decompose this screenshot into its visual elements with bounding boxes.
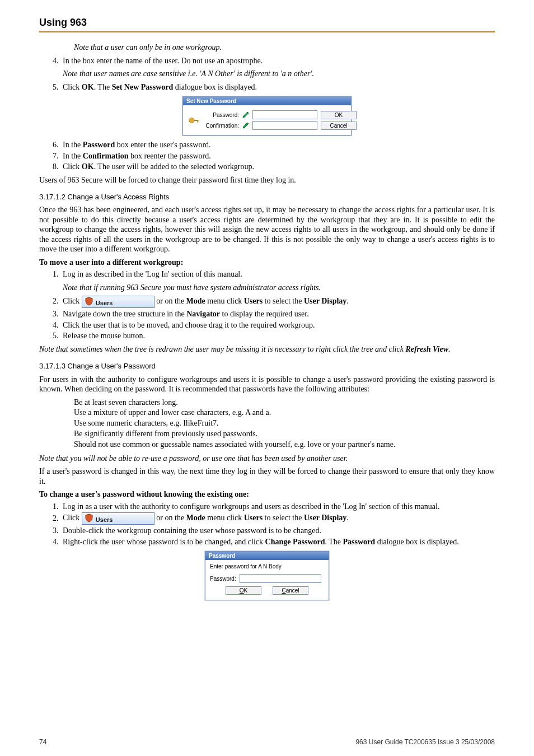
step8-b: OK (82, 162, 94, 171)
secure-line: Users of 963 Secure will be forced to ch… (39, 175, 495, 185)
step-5-a: Click (63, 83, 82, 91)
s2e: . (346, 297, 349, 305)
step-4-note: Note that user names are case sensitive … (63, 69, 495, 79)
users-button-label: Users (96, 300, 113, 306)
cancel-rest: ancel (286, 587, 299, 594)
shield-icon (85, 514, 93, 526)
move-step-4: Click the user that is to be moved, and … (60, 320, 495, 330)
password-dialog-prompt: Enter password for A N Body (210, 563, 324, 570)
password-dialog: Password Enter password for A N Body Pas… (205, 551, 329, 600)
s2-mode: Mode (186, 297, 205, 305)
move-step-3: Navigate down the tree structure in the … (60, 309, 495, 319)
cs4b: Change Password (265, 538, 325, 546)
step-8: Click OK. The user will be added to the … (60, 162, 495, 172)
note-reuse: Note that you will not be able to re-use… (39, 454, 495, 464)
move-step-1-text: Log in as described in the 'Log In' sect… (63, 270, 242, 278)
s2a: Click (63, 297, 82, 305)
s2c: menu click (205, 297, 244, 305)
cs4d: Password (343, 538, 376, 546)
cs2c: menu click (205, 514, 244, 522)
password-attributes: Be at least seven characters long. Use a… (74, 398, 495, 450)
page-number: 74 (39, 738, 46, 746)
svg-point-0 (189, 118, 194, 123)
users-button[interactable]: Users (82, 512, 154, 525)
attr-5: Should not use common or guessable names… (74, 440, 495, 450)
section-3-heading: 3.17.1.3 Change a User's Password (39, 362, 495, 371)
change-step-3: Double-click the workgroup containing th… (60, 526, 495, 536)
change-step-4: Right-click the user whose password is t… (60, 537, 495, 547)
nr1: Note that sometimes when the tree is red… (39, 345, 405, 353)
attr-3: Use some numeric characters, e.g. IlikeF… (74, 418, 495, 429)
section-3-para2: If a user's password is changed in this … (39, 466, 495, 486)
step8-a: Click (63, 162, 82, 171)
ok-button[interactable]: OK (321, 111, 357, 119)
note-one-workgroup: Note that a user can only be in one work… (74, 43, 495, 53)
move-user-heading: To move a user into a different workgrou… (39, 258, 495, 268)
move-steps: Log in as described in the 'Log In' sect… (60, 269, 495, 341)
s2b: or on the (154, 297, 186, 305)
s3a: Navigate down the tree structure in the (63, 310, 186, 318)
key-icon (188, 114, 200, 127)
move-step-5: Release the mouse button. (60, 331, 495, 341)
step-5: Click OK. The Set New Password dialogue … (60, 82, 495, 92)
move-step-2: Click Users or on the Mode menu click Us… (60, 296, 495, 308)
step-4: In the box enter the name of the user. D… (60, 56, 495, 79)
step-5-ok: OK (82, 83, 94, 91)
cs2d: to select the (263, 514, 304, 522)
shield-icon (85, 297, 93, 310)
users-button-label: Users (96, 517, 113, 524)
step-6: In the Password box enter the user's pas… (60, 140, 495, 150)
cs2e: . (346, 514, 349, 522)
step-4-text: In the box enter the name of the user. D… (63, 57, 263, 65)
step7-b: Confirmation (83, 152, 129, 160)
section-2-heading: 3.17.1.2 Change a User's Access Rights (39, 193, 495, 202)
step-5-suffix: dialogue box is displayed. (173, 83, 257, 91)
section-3-para1: For users in with the authority to confi… (39, 375, 495, 394)
step8-c: . The user will be added to the selected… (94, 162, 254, 171)
change-pwd-heading: To change a user's password without know… (39, 489, 495, 500)
cs2-mode: Mode (186, 514, 205, 522)
note-refresh-view: Note that sometimes when the tree is red… (39, 344, 495, 354)
change-steps: Log in as a user with the authority to c… (60, 502, 495, 547)
cancel-button[interactable]: Cancel (273, 586, 308, 595)
section-2-para: Once the 963 has been engineered, and ea… (39, 205, 495, 254)
change-step-2: Click Users or on the Mode menu click Us… (60, 512, 495, 525)
pencil-icon (242, 122, 249, 129)
svg-rect-2 (197, 120, 198, 123)
step6-a: In the (63, 141, 83, 149)
confirmation-label: Confirmation: (205, 123, 239, 129)
attr-2: Use a mixture of upper and lower case ch… (74, 408, 495, 418)
s3b: to display the required user. (220, 310, 309, 318)
s3nav: Navigator (186, 310, 220, 318)
document-id: 963 User Guide TC200635 Issue 3 25/03/20… (355, 738, 495, 746)
cs4c: . The (325, 538, 343, 546)
nr3: . (448, 345, 451, 353)
pencil-icon (242, 111, 249, 118)
password-dialog-titlebar: Password (205, 552, 329, 560)
ok-button[interactable]: OK (226, 586, 261, 595)
nr2: Refresh View (405, 345, 448, 353)
attr-4: Be significantly different from previous… (74, 429, 495, 440)
cs2b: or on the (154, 514, 186, 522)
cancel-button[interactable]: Cancel (321, 122, 357, 130)
users-button[interactable]: Users (82, 296, 154, 308)
header-divider (39, 31, 495, 32)
step-7: In the Confirmation box reenter the pass… (60, 151, 495, 161)
cs2-ud: User Display (304, 514, 346, 522)
move-step-1-note: Note that if running 963 Secure you must… (63, 283, 495, 293)
password-dialog-label: Password: (210, 576, 236, 582)
s2d: to select the (263, 297, 304, 305)
password-input[interactable] (252, 110, 317, 119)
step6-b: Password (83, 141, 115, 149)
confirmation-input[interactable] (252, 121, 317, 130)
change-step-1: Log in as a user with the authority to c… (60, 502, 495, 512)
step7-c: box reenter the password. (128, 152, 210, 160)
cs2a: Click (63, 514, 82, 522)
set-new-password-titlebar: Set New Password (183, 97, 351, 105)
step7-a: In the (63, 152, 83, 160)
page-header-title: Using 963 (39, 17, 495, 31)
password-dialog-input[interactable] (240, 574, 321, 583)
move-step-1: Log in as described in the 'Log In' sect… (60, 269, 495, 292)
ok-rest: K (244, 587, 248, 594)
step6-c: box enter the user's password. (115, 141, 210, 149)
